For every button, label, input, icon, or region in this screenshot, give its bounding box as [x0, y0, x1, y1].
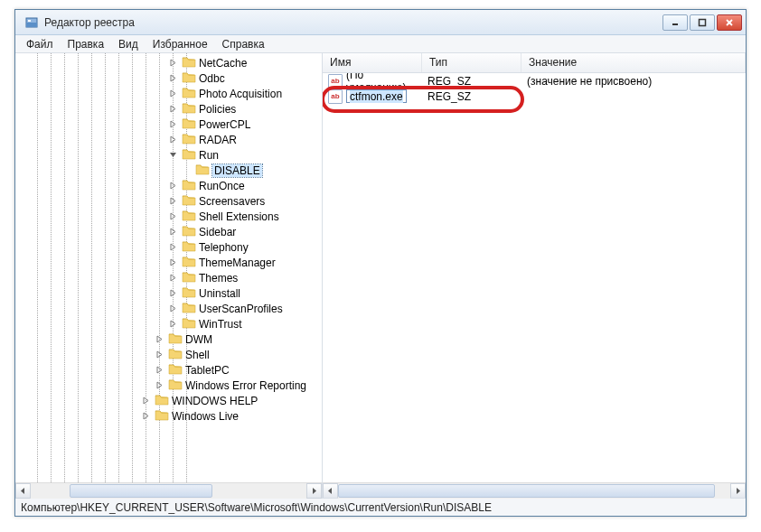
expand-icon[interactable]: [155, 350, 164, 359]
status-path: Компьютер\HKEY_CURRENT_USER\Software\Mic…: [21, 501, 492, 514]
tree-label: Photo Acquisition: [199, 88, 282, 100]
expand-icon[interactable]: [168, 196, 178, 206]
expand-icon[interactable]: [182, 165, 192, 175]
tree-hscroll[interactable]: [15, 482, 322, 498]
tree-node[interactable]: Policies: [19, 101, 322, 117]
list-hscroll[interactable]: [323, 482, 746, 498]
list-row[interactable]: ab(По умолчанию)REG_SZ(значение не присв…: [323, 73, 746, 89]
scroll-left-button[interactable]: [15, 483, 31, 499]
folder-icon: [182, 255, 199, 270]
col-type[interactable]: Тип: [422, 53, 521, 72]
tree-node[interactable]: DWM: [19, 331, 322, 347]
folder-icon: [168, 347, 185, 362]
scroll-thumb[interactable]: [338, 484, 715, 498]
tree-node[interactable]: Uninstall: [19, 285, 322, 301]
tree-label: DISABLE: [212, 164, 262, 177]
list-header: Имя Тип Значение: [323, 53, 746, 73]
tree-label: ThemeManager: [199, 257, 276, 269]
menubar: Файл Правка Вид Избранное Справка: [15, 35, 746, 53]
expand-icon[interactable]: [141, 411, 151, 421]
tree-node[interactable]: RADAR: [19, 132, 322, 147]
titlebar[interactable]: Редактор реестра: [15, 10, 746, 35]
tree-node[interactable]: PowerCPL: [19, 117, 322, 132]
tree-node[interactable]: ThemeManager: [19, 255, 322, 270]
expand-icon[interactable]: [168, 119, 178, 129]
rename-input[interactable]: ctfmon.exe: [346, 89, 407, 103]
tree-label: NetCache: [199, 57, 247, 70]
expand-icon[interactable]: [168, 150, 178, 160]
menu-favorites[interactable]: Избранное: [146, 36, 215, 52]
expand-icon[interactable]: [168, 288, 178, 298]
value-type: REG_SZ: [427, 75, 471, 88]
expand-icon[interactable]: [168, 303, 178, 313]
tree-node[interactable]: TabletPC: [19, 362, 322, 378]
expand-icon[interactable]: [168, 135, 178, 145]
folder-icon: [182, 132, 199, 147]
tree-node[interactable]: UserScanProfiles: [19, 301, 322, 316]
tree-node[interactable]: Shell: [19, 347, 322, 362]
scroll-left-button[interactable]: [323, 483, 338, 499]
tree-label: WinTrust: [199, 318, 242, 331]
menu-view[interactable]: Вид: [111, 36, 146, 52]
menu-help[interactable]: Справка: [215, 36, 272, 52]
tree-label: Run: [199, 149, 219, 162]
value-type: REG_SZ: [427, 90, 471, 103]
tree-node[interactable]: NetCache: [19, 55, 322, 70]
tree-node[interactable]: Run: [19, 147, 322, 163]
maximize-button[interactable]: [690, 14, 715, 31]
expand-icon[interactable]: [155, 334, 164, 344]
tree-node[interactable]: Windows Live: [19, 408, 322, 424]
expand-icon[interactable]: [168, 319, 178, 329]
folder-icon: [155, 393, 172, 408]
tree-label: Telephony: [199, 241, 249, 254]
app-icon: [24, 15, 39, 30]
scroll-right-button[interactable]: [306, 483, 322, 499]
registry-tree[interactable]: NetCacheOdbcPhoto AcquisitionPoliciesPow…: [15, 53, 322, 482]
expand-icon[interactable]: [155, 380, 164, 390]
tree-node[interactable]: WINDOWS HELP: [19, 393, 322, 408]
col-name[interactable]: Имя: [323, 53, 422, 72]
expand-icon[interactable]: [168, 257, 178, 267]
tree-node[interactable]: Windows Error Reporting: [19, 378, 322, 393]
tree-node[interactable]: Screensavers: [19, 193, 322, 209]
folder-icon: [182, 224, 199, 239]
expand-icon[interactable]: [168, 89, 178, 98]
svg-marker-25: [157, 351, 162, 358]
folder-icon: [182, 209, 199, 224]
expand-icon[interactable]: [168, 104, 178, 114]
scroll-right-button[interactable]: [730, 483, 746, 499]
tree-node[interactable]: Shell Extensions: [19, 209, 322, 224]
close-button[interactable]: [717, 14, 742, 31]
tree-node[interactable]: RunOnce: [19, 178, 322, 193]
expand-icon[interactable]: [168, 58, 178, 68]
expand-icon[interactable]: [168, 242, 178, 252]
expand-icon[interactable]: [168, 181, 178, 191]
svg-marker-17: [171, 229, 175, 235]
tree-label: Shell: [185, 349, 210, 361]
expand-icon[interactable]: [168, 227, 178, 237]
menu-file[interactable]: Файл: [19, 36, 61, 52]
list-body[interactable]: ab(По умолчанию)REG_SZ(значение не присв…: [323, 73, 746, 482]
expand-icon[interactable]: [168, 73, 178, 83]
folder-icon: [168, 378, 185, 393]
expand-icon[interactable]: [168, 211, 178, 221]
folder-icon: [168, 331, 185, 347]
tree-node[interactable]: WinTrust: [19, 316, 322, 331]
folder-icon: [155, 408, 172, 424]
tree-node[interactable]: DISABLE: [19, 163, 322, 178]
tree-node[interactable]: Photo Acquisition: [19, 86, 322, 101]
list-row[interactable]: abctfmon.exeREG_SZ: [323, 89, 746, 104]
expand-icon[interactable]: [141, 396, 151, 406]
folder-icon: [182, 285, 199, 301]
tree-node[interactable]: Themes: [19, 270, 322, 285]
expand-icon[interactable]: [168, 273, 178, 283]
expand-icon[interactable]: [155, 365, 164, 375]
scroll-thumb[interactable]: [70, 484, 213, 498]
col-value[interactable]: Значение: [521, 53, 746, 72]
tree-node[interactable]: Sidebar: [19, 224, 322, 239]
menu-edit[interactable]: Правка: [61, 36, 112, 52]
tree-node[interactable]: Odbc: [19, 70, 322, 86]
svg-rect-1: [26, 23, 37, 27]
tree-node[interactable]: Telephony: [19, 239, 322, 255]
minimize-button[interactable]: [662, 14, 688, 31]
